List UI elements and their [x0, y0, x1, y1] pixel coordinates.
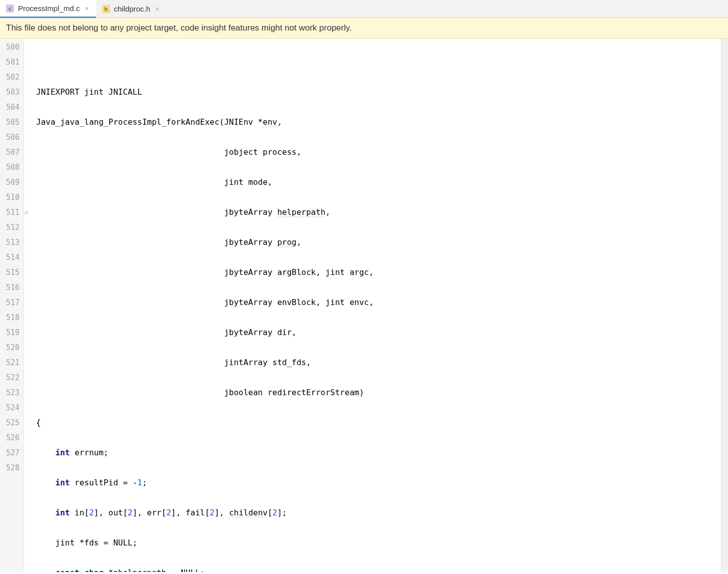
line-number: 519 [3, 325, 20, 340]
code-line: jbyteArray envBlock, jint envc, [36, 295, 721, 310]
code-line: int errnum; [36, 445, 721, 460]
line-number: 512 [3, 220, 20, 235]
line-number: 515 [3, 265, 20, 280]
code-line: const char *phelperpath = NULL; [36, 565, 721, 572]
line-number: 507 [3, 145, 20, 160]
code-area[interactable]: JNIEXPORT jint JNICALL Java_java_lang_Pr… [32, 39, 721, 572]
code-line: int resultPid = -1; [36, 475, 721, 490]
line-number: 513 [3, 235, 20, 250]
code-line: { [36, 415, 721, 430]
line-number: 500 [3, 40, 20, 55]
code-line: jbyteArray helperpath, [36, 205, 721, 220]
fold-gutter: ⊟ [24, 39, 32, 572]
line-number: 525 [3, 415, 20, 430]
code-line: jint mode, [36, 175, 721, 190]
line-number: 509 [3, 175, 20, 190]
code-editor[interactable]: 5005015025035045055065075085095105115125… [0, 39, 728, 572]
line-number: 528 [3, 460, 20, 475]
line-number: 510 [3, 190, 20, 205]
tab-label: childproc.h [114, 5, 151, 13]
code-line: JNIEXPORT jint JNICALL [36, 85, 721, 100]
line-number: 527 [3, 445, 20, 460]
code-line: jbyteArray prog, [36, 235, 721, 250]
line-number: 508 [3, 160, 20, 175]
line-number: 520 [3, 340, 20, 355]
line-number: 504 [3, 100, 20, 115]
vertical-scrollbar[interactable] [721, 39, 728, 572]
line-number: 521 [3, 355, 20, 370]
line-number: 526 [3, 430, 20, 445]
warning-text: This file does not belong to any project… [6, 23, 351, 33]
line-number: 501 [3, 55, 20, 70]
close-icon[interactable]: × [84, 4, 90, 14]
line-number: 523 [3, 385, 20, 400]
code-line [36, 55, 721, 70]
code-line: jintArray std_fds, [36, 355, 721, 370]
close-icon[interactable]: × [154, 4, 160, 14]
project-warning-bar: This file does not belong to any project… [0, 18, 728, 39]
line-number: 503 [3, 85, 20, 100]
line-number: 506 [3, 130, 20, 145]
editor-tabs-bar: c ProcessImpl_md.c × h childproc.h × [0, 0, 728, 18]
line-number: 511 [3, 205, 20, 220]
code-line: jobject process, [36, 145, 721, 160]
line-number-gutter: 5005015025035045055065075085095105115125… [0, 39, 24, 572]
h-file-icon: h [102, 5, 110, 13]
tab-label: ProcessImpl_md.c [18, 4, 80, 13]
code-line: jint *fds = NULL; [36, 535, 721, 550]
code-line: Java_java_lang_ProcessImpl_forkAndExec(J… [36, 115, 721, 130]
c-file-icon: c [6, 5, 14, 13]
line-number: 524 [3, 400, 20, 415]
line-number: 522 [3, 370, 20, 385]
line-number: 517 [3, 295, 20, 310]
line-number: 514 [3, 250, 20, 265]
code-line: jbyteArray argBlock, jint argc, [36, 265, 721, 280]
code-line: int in[2], out[2], err[2], fail[2], chil… [36, 505, 721, 520]
line-number: 502 [3, 70, 20, 85]
line-number: 505 [3, 115, 20, 130]
fold-icon[interactable]: ⊟ [25, 205, 28, 220]
tab-childproc[interactable]: h childproc.h × [96, 0, 167, 18]
code-line: jbyteArray dir, [36, 325, 721, 340]
code-line: jboolean redirectErrorStream) [36, 385, 721, 400]
line-number: 518 [3, 310, 20, 325]
line-number: 516 [3, 280, 20, 295]
tab-processimpl[interactable]: c ProcessImpl_md.c × [0, 0, 96, 18]
